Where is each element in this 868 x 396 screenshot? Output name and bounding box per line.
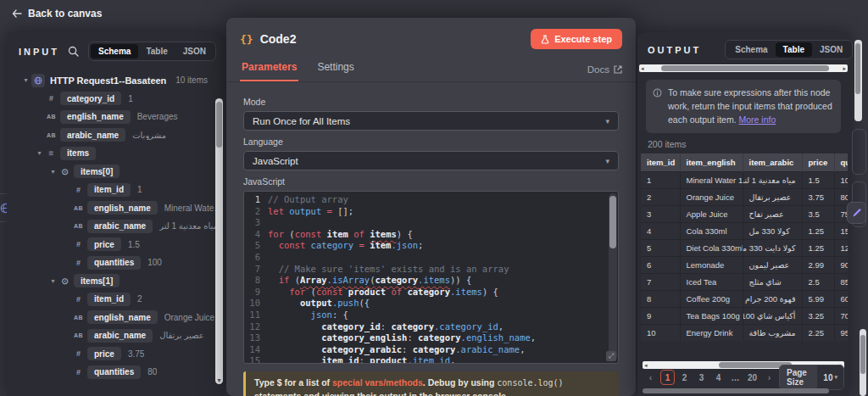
input-tab-table[interactable]: Table bbox=[138, 44, 175, 59]
code-editor[interactable]: 1// Output array2let output = [];34for (… bbox=[243, 191, 619, 364]
field-name-pill[interactable]: category_id bbox=[60, 92, 121, 105]
schema-field-items[interactable]: ▾≡items bbox=[14, 144, 225, 163]
table-row[interactable]: 3Apple Juiceعصير تفاح3.575 bbox=[641, 206, 848, 223]
schema-field-arabic_name[interactable]: ABarabic_nameمشروبات bbox=[14, 126, 225, 145]
page-button-1[interactable]: 1 bbox=[660, 370, 675, 385]
canvas-scrollbar[interactable] bbox=[854, 40, 862, 121]
table-row[interactable]: 9Tea Bags 100gأكياس شاي 100 جرام3.2570 bbox=[641, 308, 848, 325]
field-name-pill[interactable]: english_name bbox=[87, 310, 158, 324]
chevron-down-icon[interactable]: ▾ bbox=[34, 149, 45, 157]
table-row[interactable]: 5Diet Cola 330mlكولا دايت 330 مل1.25120 bbox=[641, 240, 848, 257]
page-button-20[interactable]: 20 bbox=[745, 370, 760, 385]
field-name-pill[interactable]: price bbox=[87, 237, 121, 251]
page-size-label: Page Size bbox=[780, 365, 817, 389]
chevron-down-icon[interactable]: ▾ bbox=[47, 168, 58, 176]
schema-field-price[interactable]: #price3.75 bbox=[14, 345, 225, 364]
table-row[interactable]: 7Iced Teaشاي مثلج2.585 bbox=[641, 274, 848, 291]
edit-output-button[interactable] bbox=[847, 202, 866, 224]
output-notice: To make sure expressions after this node… bbox=[646, 80, 841, 133]
schema-root-node[interactable]: ▾ HTTP Request1--Basateen 10 items bbox=[14, 71, 225, 90]
more-info-link[interactable]: More info bbox=[738, 114, 776, 125]
table-cell: 120 bbox=[834, 240, 848, 257]
field-name-pill[interactable]: english_name bbox=[60, 110, 131, 124]
input-scrollbar[interactable]: ▼ bbox=[215, 98, 223, 384]
canvas-scrollbar[interactable] bbox=[860, 329, 866, 396]
next-page-button[interactable]: › bbox=[762, 370, 776, 385]
node-parameters: Mode Run Once for All Items ▾ Language J… bbox=[226, 82, 636, 396]
schema-field-quantities[interactable]: #quantities100 bbox=[14, 254, 225, 272]
table-row[interactable]: 2Orange Juiceعصير برتقال3.7580 bbox=[641, 189, 848, 206]
chevron-down-icon[interactable]: ▾ bbox=[20, 76, 31, 84]
chevron-down-icon[interactable]: ▾ bbox=[47, 277, 58, 285]
search-icon[interactable] bbox=[68, 46, 79, 57]
back-to-canvas-button[interactable]: Back to canvas bbox=[12, 8, 102, 20]
field-name-pill[interactable]: item_id bbox=[87, 183, 131, 197]
docs-link[interactable]: Docs bbox=[587, 64, 622, 81]
output-tab-table[interactable]: Table bbox=[776, 42, 812, 57]
field-name-pill[interactable]: items[0] bbox=[74, 165, 120, 178]
execute-step-button[interactable]: Execute step bbox=[531, 29, 622, 49]
output-top-scrollbar[interactable]: ◂ ▸ bbox=[639, 64, 848, 72]
special-vars-link[interactable]: special vars/methods bbox=[332, 377, 423, 388]
editor-scrollbar-thumb[interactable] bbox=[609, 196, 616, 248]
code-token: const bbox=[316, 287, 343, 298]
page-button-4[interactable]: 4 bbox=[711, 370, 726, 385]
table-row[interactable]: 1Mineral Water 1Lمياه معدنية 1 لتر1.5100 bbox=[641, 172, 848, 189]
mode-select[interactable]: Run Once for All Items ▾ bbox=[243, 111, 619, 131]
page-size-value[interactable]: 10▾ bbox=[817, 365, 843, 389]
canvas-scrollbar-thumb[interactable] bbox=[855, 43, 860, 94]
output-tab-json[interactable]: JSON bbox=[812, 42, 850, 57]
schema-field-arabic_name[interactable]: ABarabic_nameمياه معدنية 1 لتر bbox=[14, 217, 225, 236]
page-size-control[interactable]: Page Size 10▾ bbox=[779, 365, 844, 390]
output-tab-schema[interactable]: Schema bbox=[727, 42, 775, 57]
schema-field-english_name[interactable]: ABenglish_nameBeverages bbox=[14, 108, 225, 126]
page-button-2[interactable]: 2 bbox=[677, 370, 692, 385]
table-row[interactable]: 4Cola 330mlكولا 330 مل1.25150 bbox=[641, 223, 848, 240]
field-name-pill[interactable]: arabic_name bbox=[60, 128, 125, 142]
schema-field-items0[interactable]: ▾⊙items[0] bbox=[14, 163, 225, 181]
mode-label: Mode bbox=[243, 97, 619, 107]
schema-field-item_id[interactable]: #item_id2 bbox=[14, 290, 225, 309]
output-top-scrollbar-thumb[interactable] bbox=[661, 65, 829, 71]
scrollbar-down-arrow-icon[interactable]: ▼ bbox=[215, 377, 223, 383]
schema-field-price[interactable]: #price1.5 bbox=[14, 236, 225, 254]
output-table: item_iditem_englishitem_arabicpricequant… bbox=[641, 153, 848, 341]
code-line: 4for (const item of items) { bbox=[244, 229, 618, 241]
input-scrollbar-thumb[interactable] bbox=[216, 102, 222, 148]
language-select[interactable]: JavaScript ▾ bbox=[243, 151, 619, 170]
code-token: ({ bbox=[359, 298, 370, 310]
canvas-scrollbar-thumb[interactable] bbox=[860, 335, 865, 374]
schema-field-arabic_name[interactable]: ABarabic_nameعصير برتقال bbox=[14, 326, 225, 345]
scrollbar-right-arrow-icon[interactable]: ▸ bbox=[843, 64, 846, 72]
scrollbar-left-arrow-icon[interactable]: ◂ bbox=[641, 64, 644, 72]
schema-field-english_name[interactable]: ABenglish_nameOrange Juice bbox=[14, 309, 225, 327]
editor-expand-icon[interactable]: ⤢ bbox=[606, 351, 616, 361]
table-row[interactable]: 6Lemonadeعصير ليمون2.9990 bbox=[641, 257, 848, 274]
input-tab-json[interactable]: JSON bbox=[175, 44, 214, 59]
schema-field-items1[interactable]: ▾⊙items[1] bbox=[14, 272, 225, 291]
node-tab-settings[interactable]: Settings bbox=[315, 57, 355, 81]
node-title: Code2 bbox=[260, 32, 297, 46]
field-name-pill[interactable]: arabic_name bbox=[87, 220, 153, 233]
field-name-pill[interactable]: quantities bbox=[87, 256, 141, 270]
field-name-pill[interactable]: quantities bbox=[87, 365, 141, 379]
previous-page-button[interactable]: ‹ bbox=[643, 370, 658, 385]
line-number: 11 bbox=[244, 310, 268, 321]
schema-field-item_id[interactable]: #item_id1 bbox=[14, 181, 225, 199]
field-name-pill[interactable]: items bbox=[60, 147, 96, 160]
field-name-pill[interactable]: price bbox=[87, 347, 121, 360]
schema-field-quantities[interactable]: #quantities80 bbox=[14, 363, 225, 380]
page-scrollbar-thumb[interactable] bbox=[643, 388, 829, 393]
input-tab-schema[interactable]: Schema bbox=[91, 44, 138, 59]
page-button-3[interactable]: 3 bbox=[694, 370, 709, 385]
schema-field-category_id[interactable]: #category_id1 bbox=[14, 90, 225, 109]
field-name-pill[interactable]: english_name bbox=[87, 201, 158, 215]
table-row[interactable]: 8Coffee 200gقهوة 200 جرام5.9960 bbox=[641, 291, 848, 308]
field-name-pill[interactable]: items[1] bbox=[74, 274, 120, 287]
table-row[interactable]: 10Energy Drinkمشروب طاقة2.2595 bbox=[641, 325, 848, 342]
node-tab-parameters[interactable]: Parameters bbox=[240, 57, 298, 81]
pagination: ‹1234…20› Page Size 10▾ bbox=[643, 365, 844, 390]
schema-field-english_name[interactable]: ABenglish_nameMineral Water 1L bbox=[14, 199, 225, 218]
field-name-pill[interactable]: arabic_name bbox=[87, 329, 153, 343]
field-name-pill[interactable]: item_id bbox=[87, 293, 131, 306]
